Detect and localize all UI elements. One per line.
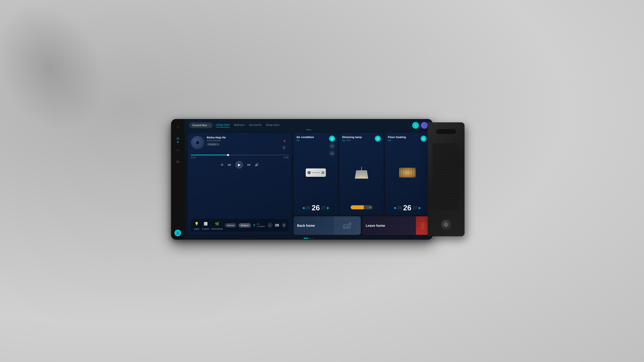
lights-label: Lights [194, 228, 199, 230]
temp-minus-btn[interactable]: − [268, 223, 272, 228]
back-home-card[interactable]: 🛋 Back home [294, 216, 360, 235]
mode-normal-btn[interactable]: Normal [225, 223, 236, 228]
heating-card-title: Floor heating [388, 136, 406, 139]
snowflake-icon[interactable]: ❄ [329, 143, 335, 149]
tab-study-room[interactable]: Study room [266, 123, 280, 127]
ac-card-title: Air condition [296, 136, 314, 139]
sidebar-item-home[interactable]: ⌂ [174, 122, 182, 131]
leave-home-door-icon: 🚪 [416, 216, 429, 235]
volume-btn[interactable]: 🔊 [255, 163, 258, 167]
lamp-card-title: Dimming lamp [342, 136, 362, 139]
heating-unit [399, 168, 416, 178]
curtains-icon: 🪟 [202, 220, 209, 227]
page-dots [184, 237, 433, 240]
ac-temp-up[interactable]: ▶ [327, 206, 330, 210]
sidebar-item-profile[interactable]: 👤 [174, 230, 181, 236]
ac-temp-down[interactable]: ◀ [302, 206, 304, 210]
device-screen: ⌂ ◎ ▭ ⊞ 👤 Ground floor ▾ [171, 119, 433, 240]
mode-medium-btn[interactable]: Medium [238, 223, 251, 228]
dot-active [304, 238, 308, 239]
ac-temp-high: 27 [321, 205, 326, 210]
power-symbol: ⏻ [444, 222, 448, 227]
lamp-image [342, 143, 381, 203]
leave-home-label: Leave home [366, 224, 385, 228]
tab-living-room[interactable]: Living room [216, 123, 230, 127]
ac-quick-temp: ❄ Air condition − 26 + [253, 223, 286, 228]
ac-temp-low: 25 [306, 205, 310, 210]
heating-card-header: Floor heating ON ⏻ [388, 136, 427, 142]
speaker-grille [433, 143, 460, 210]
dimming-lamp-card: Dimming lamp ON 52% ⏻ [340, 133, 384, 215]
heating-power-btn[interactable]: ⏻ [420, 136, 427, 142]
chevron-down-icon: ▾ [209, 124, 210, 126]
fan-icon[interactable]: ⊕ [329, 150, 335, 156]
sidebar: ⌂ ◎ ▭ ⊞ 👤 [171, 119, 184, 240]
playback-controls: ⇄ ⏮ ▶ ⏭ 🔊 [191, 161, 289, 169]
ac-quick-icon: ❄ [253, 223, 256, 227]
ac-temp-control: ◀ 25 26 27 ▶ [296, 204, 335, 212]
playlist-icon[interactable]: ☰ [282, 146, 286, 150]
ac-unit [306, 168, 326, 177]
scene-cards-row: 🛋 Back home 🚪 Leave home [294, 216, 429, 235]
ac-card-status: ON [296, 139, 314, 142]
sidebar-item-search[interactable]: ◎ [174, 134, 182, 142]
back-home-label: Back home [297, 224, 315, 228]
sidebar-item-screen[interactable]: ▭ [174, 146, 182, 154]
floor-selector[interactable]: Ground floor ▾ [190, 123, 212, 128]
lamp-card-header: Dimming lamp ON 52% ⏻ [342, 136, 381, 142]
lamp-power-btn[interactable]: ⏻ [375, 136, 381, 142]
heating-temp-down[interactable]: ◀ [394, 206, 396, 210]
sidebar-item-layers[interactable]: ⊞ [174, 158, 182, 166]
tab-second-lie[interactable]: Second lie [249, 123, 262, 127]
track-name: Aloha Heja He [206, 136, 226, 139]
main-content: Ground floor ▾ Living room Bedroom Secon… [184, 119, 433, 240]
environment-label: Environment [212, 228, 223, 230]
lamp-card-title-group: Dimming lamp ON 52% [342, 136, 362, 142]
heating-temp-up[interactable]: ▶ [418, 206, 421, 210]
environment-icon: 🌿 [214, 220, 220, 227]
lights-icon: 💡 [193, 220, 200, 227]
lights-control[interactable]: 💡 Lights [193, 220, 200, 230]
ac-extra-icons: ❄ ⊕ [329, 143, 335, 156]
next-btn[interactable]: ⏭ [247, 163, 251, 167]
play-btn[interactable]: ▶ [235, 161, 243, 169]
tab-bedroom[interactable]: Bedroom [234, 123, 245, 127]
ac-power-btn[interactable]: ⏻ [329, 136, 335, 142]
ac-card-title-group: Air condition ON [296, 136, 314, 142]
curtains-control[interactable]: 🪟 Curtains [202, 220, 210, 230]
header-icons: ♫ 👤 [412, 122, 428, 129]
back-home-image: 🛋 [334, 216, 361, 235]
cards-area: ♥ ☰ Aloha Heja He Achim Reichel Lossless… [184, 131, 433, 237]
heating-card-title-group: Floor heating ON [388, 136, 406, 142]
ac-quick-label: Air condition [257, 223, 266, 228]
speaker-top-bar [436, 129, 456, 134]
user-icon-btn[interactable]: 👤 [421, 122, 428, 129]
speaker-power-icon[interactable]: ⏻ [441, 220, 451, 230]
header: Ground floor ▾ Living room Bedroom Secon… [184, 119, 433, 129]
temp-plus-btn[interactable]: + [282, 223, 286, 228]
heating-card-status: ON [388, 139, 406, 142]
air-condition-card: Air condition ON ⏻ [294, 133, 338, 215]
right-top-row: Air condition ON ⏻ [294, 133, 429, 215]
floor-label: Ground floor [192, 124, 207, 127]
heart-icon[interactable]: ♥ [284, 139, 286, 143]
lamp-card-status: ON [342, 139, 345, 142]
scroll-indicator [184, 129, 433, 131]
prev-btn[interactable]: ⏮ [228, 163, 231, 167]
scroll-handle [306, 129, 311, 130]
shuffle-btn[interactable]: ⇄ [221, 163, 224, 167]
time-total: 04:05 [284, 156, 289, 159]
room-tabs: Living room Bedroom Second lie Study roo… [216, 123, 280, 127]
quick-controls: 💡 Lights 🪟 Curtains 🌿 Environment Normal [191, 219, 289, 232]
brightness-control: ☀ [351, 204, 372, 211]
quality-badge[interactable]: Lossless ▾ [206, 143, 220, 146]
leave-home-card[interactable]: 🚪 Leave home [362, 216, 429, 235]
brightness-bar[interactable]: ☀ [351, 205, 372, 209]
ac-temp-current: 26 [312, 204, 320, 212]
right-section: Air condition ON ⏻ [294, 133, 429, 235]
progress-bar[interactable]: 01:32 04:05 [191, 155, 289, 159]
heating-temp-control: ◀ 25 26 27 ▶ [388, 204, 427, 212]
heating-temp-high: 27 [413, 205, 417, 210]
environment-control[interactable]: 🌿 Environment [212, 220, 223, 230]
music-icon-btn[interactable]: ♫ [412, 122, 419, 129]
